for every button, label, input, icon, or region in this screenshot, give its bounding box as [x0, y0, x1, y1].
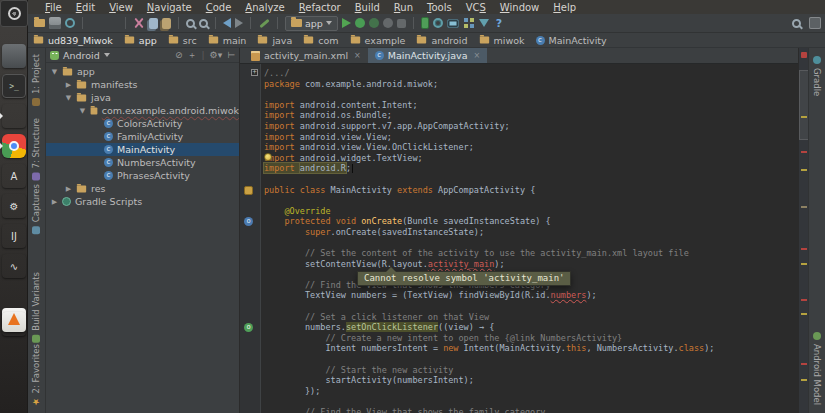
chevron-down-icon[interactable]: ▼: [51, 68, 58, 76]
chevron-down-icon[interactable]: [104, 53, 110, 57]
tool-button-captures[interactable]: Captures: [31, 184, 41, 234]
workspace-switcher-icon[interactable]: [2, 312, 26, 336]
settings-gear-icon[interactable]: ⚙▾: [210, 50, 223, 60]
tree-item-familyactivity[interactable]: cFamilyActivity: [46, 130, 239, 143]
menu-analyze[interactable]: Analyze: [238, 2, 291, 13]
hide-panel-icon[interactable]: ⊢: [227, 50, 235, 60]
menu-view[interactable]: View: [102, 2, 140, 13]
back-icon[interactable]: [223, 18, 231, 28]
stripe-mark[interactable]: [801, 313, 807, 315]
debug-icon[interactable]: [355, 18, 365, 28]
save-icon[interactable]: [49, 17, 61, 29]
forward-icon[interactable]: [235, 18, 243, 28]
stop-icon[interactable]: [397, 19, 406, 28]
implementing-method-icon[interactable]: o: [244, 323, 253, 332]
tool-button-gradle[interactable]: Gradle: [812, 56, 822, 96]
stripe-mark[interactable]: [801, 116, 807, 118]
stripe-mark[interactable]: [801, 379, 807, 381]
breadcrumb-main[interactable]: main: [208, 35, 247, 46]
chevron-down-icon[interactable]: ▼: [79, 107, 86, 115]
tree-item-manifests[interactable]: ▶manifests: [46, 78, 239, 91]
tool-button-7-structure[interactable]: 7: Structure: [31, 118, 41, 181]
chrome-icon[interactable]: [2, 134, 26, 158]
tool-button-1-project[interactable]: 1: Project: [31, 54, 41, 106]
code-editor[interactable]: +/.../package com.example.android.miwok;…: [240, 64, 798, 413]
stripe-mark[interactable]: [801, 299, 807, 301]
tree-item-phrasesactivity[interactable]: cPhrasesActivity: [46, 169, 239, 182]
tree-item-gradle-scripts[interactable]: ▶Gradle Scripts: [46, 195, 239, 208]
breadcrumb-java[interactable]: java: [257, 35, 292, 46]
menu-window[interactable]: Window: [493, 2, 546, 13]
menu-refactor[interactable]: Refactor: [292, 2, 348, 13]
compile-icon[interactable]: [258, 17, 270, 29]
android-studio-icon[interactable]: [2, 104, 26, 128]
undo-icon[interactable]: [90, 17, 102, 29]
intellij-idea-icon[interactable]: IJ: [2, 224, 26, 248]
override-method-icon[interactable]: o: [244, 217, 253, 226]
breadcrumb-example[interactable]: example: [350, 35, 406, 46]
coverage-icon[interactable]: [369, 18, 379, 28]
stripe-mark[interactable]: [801, 169, 807, 171]
tree-item-com-example-android-miwok[interactable]: ▼com.example.android.miwok: [46, 104, 239, 117]
avd-manager-icon[interactable]: [421, 17, 429, 29]
files-icon[interactable]: [2, 44, 26, 68]
menu-tools[interactable]: Tools: [420, 2, 459, 13]
sdk-manager-icon[interactable]: [479, 19, 489, 27]
bookmark-icon[interactable]: [244, 186, 253, 195]
find-icon[interactable]: [186, 19, 195, 28]
breadcrumb-app[interactable]: app: [124, 35, 157, 46]
system-monitor-icon[interactable]: ∿: [2, 254, 26, 278]
run-configuration-select[interactable]: app: [285, 16, 338, 31]
tree-item-java[interactable]: ▼java: [46, 91, 239, 104]
tree-item-res[interactable]: ▶res: [46, 182, 239, 195]
paste-icon[interactable]: [162, 18, 171, 29]
stripe-mark[interactable]: [801, 206, 807, 208]
search-everywhere-icon[interactable]: [792, 19, 801, 28]
breadcrumb-mainactivity[interactable]: cMainActivity: [536, 35, 607, 46]
breadcrumb-com[interactable]: com: [303, 35, 338, 46]
menu-edit[interactable]: Edit: [69, 2, 102, 13]
help-icon[interactable]: ?: [493, 17, 505, 29]
menu-run[interactable]: Run: [387, 2, 420, 13]
menu-vcs[interactable]: VCS: [459, 2, 493, 13]
menu-build[interactable]: Build: [348, 2, 387, 13]
android-monitor-icon[interactable]: [447, 19, 459, 28]
cut-icon[interactable]: [133, 17, 145, 29]
toolbar-grid-icon[interactable]: [809, 17, 821, 29]
tab-activity-main-xml[interactable]: activity_main.xml×: [244, 48, 368, 63]
tree-item-mainactivity[interactable]: cMainActivity: [46, 143, 239, 156]
breadcrumb-src[interactable]: src: [168, 35, 197, 46]
stripe-mark[interactable]: [801, 248, 807, 250]
close-icon[interactable]: ×: [474, 51, 481, 60]
error-stripe-scrollbar[interactable]: [798, 48, 808, 413]
tab-mainactivity-java[interactable]: cMainActivity.java×: [368, 48, 487, 63]
menu-help[interactable]: Help: [546, 2, 583, 13]
chevron-down-icon[interactable]: ▼: [65, 94, 72, 102]
chevron-right-icon[interactable]: ▶: [51, 198, 58, 206]
profile-icon[interactable]: [383, 18, 393, 28]
software-center-icon[interactable]: A: [2, 164, 26, 188]
collapse-all-icon[interactable]: ⊘: [175, 50, 183, 60]
dash-home-icon[interactable]: [0, 0, 28, 27]
tree-item-app[interactable]: ▼app: [46, 65, 239, 78]
system-settings-icon[interactable]: ⚙: [2, 194, 26, 218]
tree-item-colorsactivity[interactable]: cColorsActivity: [46, 117, 239, 130]
terminal-icon[interactable]: >_: [2, 74, 26, 98]
menu-code[interactable]: Code: [199, 2, 239, 13]
intention-bulb-icon[interactable]: [264, 153, 272, 161]
tool-button-2-favorites[interactable]: ★2: Favorites: [31, 344, 41, 407]
tree-item-numbersactivity[interactable]: cNumbersActivity: [46, 156, 239, 169]
replace-icon[interactable]: [199, 19, 208, 28]
chevron-right-icon[interactable]: ▶: [65, 185, 72, 193]
project-structure-icon[interactable]: [463, 17, 475, 29]
breadcrumb-ud839_miwok[interactable]: ud839_Miwok: [33, 35, 113, 46]
project-view-selector[interactable]: Android: [63, 50, 100, 61]
scroll-to-source-icon[interactable]: ＋: [188, 49, 197, 62]
menu-navigate[interactable]: Navigate: [140, 2, 199, 13]
open-folder-icon[interactable]: [33, 17, 45, 29]
chevron-right-icon[interactable]: ▶: [65, 81, 72, 89]
run-icon[interactable]: [342, 18, 351, 28]
menu-file[interactable]: File: [38, 2, 69, 13]
breadcrumb-miwok[interactable]: miwok: [479, 35, 525, 46]
close-icon[interactable]: ×: [354, 51, 361, 60]
